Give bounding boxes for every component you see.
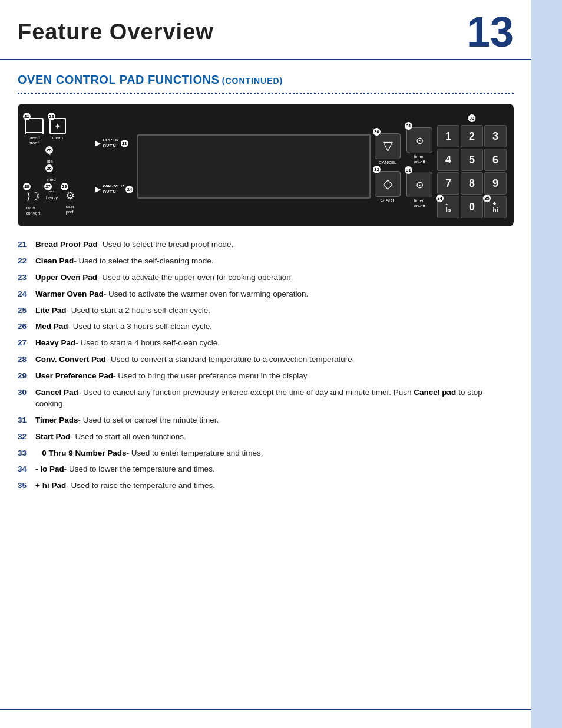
feature-num-28: 28	[18, 354, 35, 365]
feature-list: 21 Bread Proof Pad- Used to select the b…	[0, 237, 531, 509]
feature-text-31: Timer Pads- Used to set or cancel the mi…	[35, 415, 219, 426]
bottom-divider	[0, 709, 531, 710]
cancel-icon: ▽	[375, 133, 401, 159]
num-0-btn[interactable]: 0	[461, 196, 483, 218]
warmer-oven-label[interactable]: ▶ WARMEROVEN 24	[95, 183, 137, 195]
feature-text-30: Cancel Pad- Used to cancel any function …	[35, 387, 514, 410]
feature-31: 31 Timer Pads- Used to set or cancel the…	[18, 415, 514, 426]
clean-label: clean	[52, 135, 63, 140]
cp-row3: 26 ·· med	[25, 166, 95, 182]
feature-num-21: 21	[18, 239, 35, 251]
num-7-btn[interactable]: 7	[437, 172, 459, 195]
num-9-btn[interactable]: 9	[484, 172, 507, 195]
feature-num-29: 29	[18, 371, 35, 382]
feature-22: 22 Clean Pad- Used to select the self-cl…	[18, 256, 514, 267]
cancel-label: CANCEL	[379, 160, 396, 165]
cancel-start-col: 30 ▽ CANCEL 32 ◇ START	[375, 114, 401, 218]
feature-29: 29 User Preference Pad- Used to bring th…	[18, 371, 514, 382]
warmer-oven-text: WARMEROVEN	[103, 183, 124, 195]
start-btn[interactable]: 32 ◇ START	[375, 167, 401, 203]
user-pref-label: userpref	[66, 204, 75, 215]
feature-num-33: 33	[18, 448, 35, 459]
conv-convert-btn[interactable]: 28 ⟩☽ convconvert	[25, 185, 41, 216]
bread-proof-btn[interactable]: 21 breadproof	[25, 114, 44, 146]
numpad-badge-row: 33	[437, 114, 507, 123]
section-title-main: OVEN CONTROL PAD FUNCTIONS	[18, 73, 219, 86]
num-5-btn[interactable]: 5	[461, 149, 483, 171]
feature-text-33: 0 Thru 9 Number Pads- Used to enter temp…	[35, 448, 263, 459]
cancel-btn[interactable]: 30 ▽ CANCEL	[375, 130, 401, 165]
hi-btn[interactable]: 35 +hi	[484, 196, 507, 218]
feature-text-25: Lite Pad- Used to start a 2 hours self-c…	[35, 305, 210, 317]
numpad-arrow: 33	[468, 114, 476, 122]
feature-26: 26 Med Pad- Used to start a 3 hours self…	[18, 321, 514, 332]
btn-num-22: 22	[48, 113, 55, 120]
btn-num-25: 25	[45, 146, 53, 154]
num-1-btn[interactable]: 1	[437, 125, 459, 147]
med-btn[interactable]: 26 ·· med	[47, 166, 56, 182]
timer-lower-btn[interactable]: 31 ⊙ timeron-off	[406, 168, 432, 209]
num-2-btn[interactable]: 2	[461, 125, 483, 147]
clean-icon: ✦	[49, 118, 66, 134]
lite-btn[interactable]: 25 · lite	[47, 148, 53, 164]
oven-display	[137, 134, 371, 199]
page-number: 13	[467, 11, 514, 53]
upper-oven-text: UPPEROVEN	[103, 137, 119, 149]
feature-24: 24 Warmer Oven Pad- Used to activate the…	[18, 289, 514, 300]
feature-33: 33 0 Thru 9 Number Pads- Used to enter t…	[18, 448, 514, 459]
feature-text-29: User Preference Pad- Used to bring the u…	[35, 371, 309, 382]
clean-btn[interactable]: 22 ✦ clean	[49, 114, 66, 146]
timer-upper-icon: ⊙	[406, 127, 432, 153]
bread-icon	[25, 118, 44, 134]
upper-oven-label[interactable]: ▶ UPPEROVEN 23	[95, 137, 137, 149]
feature-num-24: 24	[18, 289, 35, 300]
btn-num-30: 30	[373, 128, 381, 136]
start-icon: ◇	[375, 171, 401, 197]
btn-num-32: 32	[373, 166, 381, 173]
main-content: Feature Overview 13 OVEN CONTROL PAD FUN…	[0, 0, 531, 509]
start-label: START	[381, 197, 395, 203]
user-pref-btn[interactable]: 29 ⚙ userpref	[62, 185, 78, 216]
feature-text-22: Clean Pad- Used to select the self-clean…	[35, 256, 213, 267]
numpad-area: 33 1 2 3 4 5 6 7 8 9 34 -lo	[437, 114, 507, 218]
feature-30: 30 Cancel Pad- Used to cancel any functi…	[18, 387, 514, 410]
num-6-btn[interactable]: 6	[484, 149, 507, 171]
feature-28: 28 Conv. Convert Pad- Used to convert a …	[18, 354, 514, 365]
feature-num-22: 22	[18, 256, 35, 267]
header: Feature Overview 13	[0, 0, 531, 60]
bread-proof-label: breadproof	[28, 135, 39, 146]
num-8-btn[interactable]: 8	[461, 172, 483, 195]
feature-text-32: Start Pad- Used to start all oven functi…	[35, 431, 186, 443]
feature-34: 34 - lo Pad- Used to lower the temperatu…	[18, 464, 514, 475]
feature-num-26: 26	[18, 321, 35, 332]
num-3-btn[interactable]: 3	[484, 125, 507, 147]
lo-btn[interactable]: 34 -lo	[437, 196, 459, 218]
feature-35: 35 + hi Pad- Used to raise the temperatu…	[18, 480, 514, 492]
feature-num-27: 27	[18, 338, 35, 349]
btn-num-21: 21	[23, 113, 31, 120]
oven-labels: ▶ UPPEROVEN 23 ▶ WARMEROVEN 24	[95, 114, 137, 218]
timer-upper-btn[interactable]: 31 ⊙ timeron-off	[406, 124, 432, 164]
med-label: med	[47, 177, 56, 182]
display-area	[137, 114, 371, 218]
num-4-btn[interactable]: 4	[437, 149, 459, 171]
section-title: OVEN CONTROL PAD FUNCTIONS (CONTINUED)	[0, 60, 531, 89]
feature-text-24: Warmer Oven Pad- Used to activate the wa…	[35, 289, 308, 300]
cp-row2: 25 · lite	[25, 148, 95, 164]
cp-left-buttons: 21 breadproof 22 ✦ clean	[25, 114, 95, 218]
feature-text-34: - lo Pad- Used to lower the temperature …	[35, 464, 215, 475]
numpad-grid: 1 2 3 4 5 6 7 8 9 34 -lo 0 35 +hi	[437, 125, 507, 218]
heavy-btn[interactable]: 27 ··· heavy	[46, 185, 58, 216]
feature-num-32: 32	[18, 431, 35, 443]
control-panel-diagram: 21 breadproof 22 ✦ clean	[18, 104, 514, 226]
feature-text-23: Upper Oven Pad- Used to activate the upp…	[35, 272, 293, 284]
timer-lower-label: timeron-off	[414, 198, 425, 209]
btn-num-24: 24	[125, 186, 133, 193]
feature-num-25: 25	[18, 305, 35, 317]
timer-upper-label: timeron-off	[414, 154, 425, 164]
sidebar-strip	[531, 0, 562, 728]
cp-row1: 21 breadproof 22 ✦ clean	[25, 114, 95, 146]
dotted-divider	[18, 93, 514, 94]
feature-27: 27 Heavy Pad- Used to start a 4 hours se…	[18, 338, 514, 349]
feature-num-23: 23	[18, 272, 35, 284]
